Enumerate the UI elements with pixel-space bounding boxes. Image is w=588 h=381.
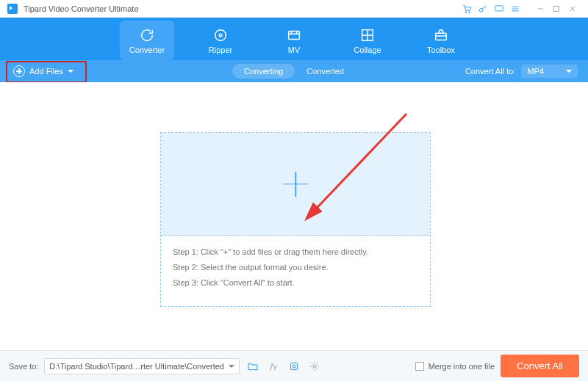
key-icon[interactable] (475, 2, 491, 15)
nav-converter[interactable]: Converter (120, 21, 174, 60)
minimize-icon[interactable] (532, 2, 548, 15)
step-text: Step 2: Select the output format you des… (173, 260, 418, 275)
nav-label: MV (288, 46, 301, 54)
svg-point-13 (313, 365, 316, 368)
svg-point-6 (219, 34, 222, 37)
cart-icon[interactable] (459, 2, 475, 15)
gpu-accel-icon[interactable] (287, 359, 301, 374)
settings-icon[interactable] (307, 359, 322, 374)
nav-label: Converter (129, 46, 165, 54)
save-to-label: Save to: (9, 362, 38, 371)
close-icon[interactable] (564, 2, 581, 15)
collage-icon (359, 27, 376, 43)
snapshot-icon[interactable] (266, 359, 281, 374)
nav-toolbox[interactable]: Toolbox (414, 21, 468, 60)
save-path-value: D:\Tipard Studio\Tipard…rter Ultimate\Co… (49, 362, 224, 371)
main-nav: Converter Ripper MV Collage Toolbox (0, 18, 588, 60)
merge-checkbox[interactable]: Merge into one file (415, 362, 495, 371)
convert-all-button[interactable]: Convert All (501, 355, 579, 377)
svg-rect-3 (495, 5, 503, 10)
tab-converting[interactable]: Converting (232, 64, 295, 79)
open-folder-icon[interactable] (245, 359, 260, 374)
save-path-select[interactable]: D:\Tipard Studio\Tipard…rter Ultimate\Co… (44, 358, 240, 374)
status-tabs: Converting Converted (232, 64, 356, 79)
add-files-button[interactable]: Add Files (10, 64, 76, 79)
tab-converted[interactable]: Converted (295, 64, 356, 79)
instructions: Step 1: Click "+" to add files or drag t… (161, 236, 430, 300)
step-text: Step 3: Click "Convert All" to start. (173, 275, 418, 291)
chevron-down-icon (229, 365, 234, 368)
svg-rect-9 (436, 33, 447, 40)
plus-circle-icon (13, 65, 25, 77)
ripper-icon (212, 27, 229, 43)
chevron-down-icon (566, 70, 572, 73)
drop-zone: Step 1: Click "+" to add files or drag t… (160, 132, 431, 307)
title-bar: Tipard Video Converter Ultimate (0, 0, 588, 18)
output-format-select[interactable]: MP4 (521, 65, 578, 78)
converter-icon (139, 27, 155, 43)
toolbox-icon (433, 27, 449, 43)
format-value: MP4 (527, 67, 544, 76)
sub-bar: Add Files Converting Converted Convert A… (0, 60, 588, 82)
add-files-label: Add Files (29, 67, 63, 76)
svg-rect-7 (289, 31, 300, 39)
footer-bar: Save to: D:\Tipard Studio\Tipard…rter Ul… (0, 350, 588, 381)
nav-ripper[interactable]: Ripper (193, 21, 248, 60)
maximize-icon[interactable] (548, 2, 564, 15)
svg-point-2 (479, 8, 483, 12)
plus-icon (283, 172, 308, 197)
svg-rect-11 (290, 363, 297, 369)
main-area: Step 1: Click "+" to add files or drag t… (0, 82, 588, 350)
app-logo-icon (7, 4, 18, 14)
nav-label: Toolbox (427, 46, 455, 54)
merge-label: Merge into one file (429, 362, 495, 371)
svg-point-0 (465, 11, 467, 12)
mv-icon (286, 27, 302, 43)
add-files-dropzone[interactable] (161, 133, 430, 236)
convert-all-to-label: Convert All to: (465, 67, 515, 76)
chevron-down-icon (68, 70, 74, 73)
menu-icon[interactable] (507, 2, 523, 15)
feedback-icon[interactable] (491, 2, 507, 15)
step-text: Step 1: Click "+" to add files or drag t… (173, 244, 418, 260)
svg-point-1 (469, 11, 470, 12)
app-title: Tipard Video Converter Ultimate (24, 4, 139, 13)
svg-point-12 (293, 365, 295, 368)
nav-collage[interactable]: Collage (340, 21, 395, 60)
checkbox-icon (415, 362, 424, 371)
nav-label: Collage (354, 46, 381, 54)
nav-label: Ripper (209, 46, 232, 54)
nav-mv[interactable]: MV (267, 21, 321, 60)
svg-rect-4 (554, 6, 559, 11)
svg-point-5 (215, 29, 226, 40)
